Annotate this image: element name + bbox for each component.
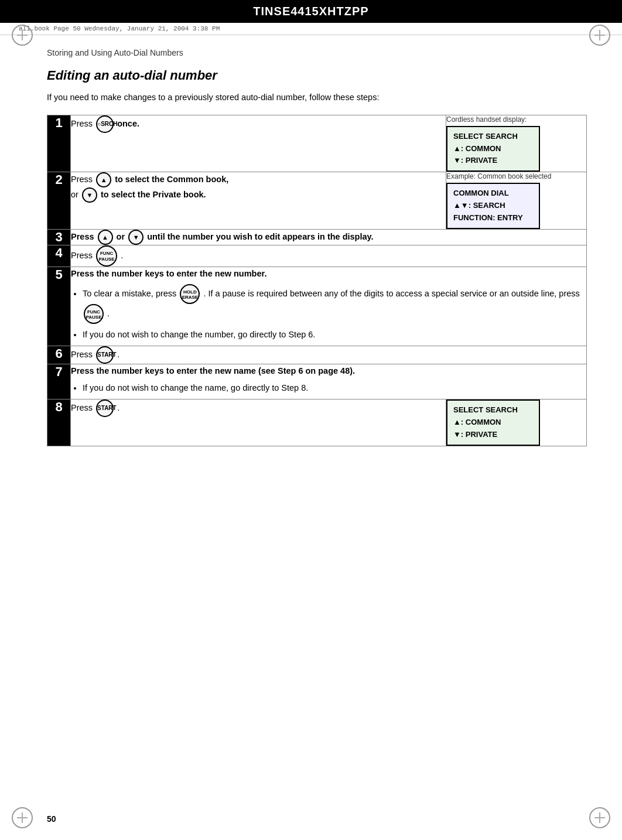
step-1-display: Cordless handset display: SELECT SEARCH▲… xyxy=(446,115,587,172)
step-8-display-box: SELECT SEARCH▲: COMMON▼: PRIVATE xyxy=(446,399,540,445)
step-5-bullet-2: If you do not wish to change the number,… xyxy=(83,329,586,342)
step-6-row: 6 Press START . xyxy=(47,346,587,364)
step-5-bullet-list: To clear a mistake, press HOLDERASE . If… xyxy=(83,284,586,342)
step-7-row: 7 Press the number keys to enter the new… xyxy=(47,364,587,399)
step-3-number: 3 xyxy=(47,229,71,245)
page-number: 50 xyxy=(47,814,56,824)
step-8-content: Press START . xyxy=(71,399,446,446)
search-button-icon[interactable]: ○SRCH xyxy=(96,115,114,133)
step-1-row: 1 Press ○SRCH once. Cordless handset dis… xyxy=(47,115,587,172)
step-1-display-box: SELECT SEARCH▲: COMMON▼: PRIVATE xyxy=(446,126,540,172)
step-2-display: Example: Common book selected COMMON DIA… xyxy=(446,172,587,229)
step-7-bullet-list: If you do not wish to change the name, g… xyxy=(83,382,586,395)
step-6-press-label: Press xyxy=(71,350,95,359)
step-8-period-label: . xyxy=(117,403,119,412)
page-header: TINSE4415XHTZPP xyxy=(0,0,622,23)
function-pause-button-icon[interactable]: FUNCPAUSE xyxy=(96,245,117,267)
step-2-press-label: Press xyxy=(71,175,95,184)
step-3-row: 3 Press ▲ or ▼ until the number you wish… xyxy=(47,229,587,245)
step-1-display-label: Cordless handset display: xyxy=(446,115,586,124)
intro-text: If you need to make changes to a previou… xyxy=(47,91,587,104)
section-header: Storing and Using Auto-Dial Numbers xyxy=(47,48,587,57)
step-2-display-box: COMMON DIAL▲▼: SEARCHFUNCTION: ENTRY xyxy=(446,183,540,228)
step-8-press-label: Press xyxy=(71,403,95,412)
step-5-main-text: Press the number keys to enter the new n… xyxy=(71,269,266,278)
step-7-bullet-1: If you do not wish to change the name, g… xyxy=(83,382,586,395)
step-2-number: 2 xyxy=(47,172,71,229)
step-7-content: Press the number keys to enter the new n… xyxy=(71,364,587,399)
step-2-common-label: to select the Common book, xyxy=(115,175,228,184)
step-5-bullet-1: To clear a mistake, press HOLDERASE . If… xyxy=(83,284,586,324)
hold-erase-button-icon[interactable]: HOLDERASE xyxy=(180,284,200,304)
header-title: TINSE4415XHTZPP xyxy=(253,5,368,18)
step-1-content: Press ○SRCH once. xyxy=(71,115,446,172)
step-8-number: 8 xyxy=(47,399,71,446)
corner-mark-tl xyxy=(12,25,33,46)
step-4-period-label: . xyxy=(121,250,123,259)
step-1-once-label: once. xyxy=(117,119,139,128)
corner-mark-tr xyxy=(589,25,610,46)
section-header-text: Storing and Using Auto-Dial Numbers xyxy=(47,48,183,57)
start-button-icon-6[interactable]: START xyxy=(96,346,114,364)
page-outer: TINSE4415XHTZPP all.book Page 50 Wednesd… xyxy=(0,0,622,840)
step-4-content: Press FUNCPAUSE . xyxy=(71,245,587,267)
step-6-period-label: . xyxy=(117,350,119,359)
corner-mark-bl xyxy=(12,807,33,828)
step-3-or-label: or xyxy=(117,231,128,241)
step-2-private-label: to select the Private book. xyxy=(101,190,206,199)
step-2-row: 2 Press ▲ to select the Common book, or … xyxy=(47,172,587,229)
function-pause-button-icon-2[interactable]: FUNCPAUSE xyxy=(84,304,104,324)
step-5-number: 5 xyxy=(47,267,71,346)
meta-line: all.book Page 50 Wednesday, January 21, … xyxy=(0,23,622,35)
step-6-number: 6 xyxy=(47,346,71,364)
step-2-display-label: Example: Common book selected xyxy=(446,172,586,180)
corner-mark-br xyxy=(589,807,610,828)
down-arrow-button-icon[interactable]: ▼ xyxy=(82,187,97,203)
step-4-press-label: Press xyxy=(71,250,95,259)
step-7-number: 7 xyxy=(47,364,71,399)
step-7-main-text: Press the number keys to enter the new n… xyxy=(71,366,355,375)
step-2-content: Press ▲ to select the Common book, or ▼ … xyxy=(71,172,446,229)
up-arrow-button-icon[interactable]: ▲ xyxy=(96,172,111,187)
step-6-content: Press START . xyxy=(71,346,587,364)
step-3-content: Press ▲ or ▼ until the number you wish t… xyxy=(71,229,587,245)
step-3-down-arrow-icon[interactable]: ▼ xyxy=(128,230,143,245)
step-3-press-label: Press xyxy=(71,231,97,241)
step-8-display: SELECT SEARCH▲: COMMON▼: PRIVATE xyxy=(446,399,587,446)
step-8-row: 8 Press START . SELECT SEARCH▲: COMMON▼:… xyxy=(47,399,587,446)
step-1-press-label: Press xyxy=(71,119,95,128)
start-button-icon-8[interactable]: START xyxy=(96,399,114,417)
step-3-text: until the number you wish to edit appear… xyxy=(147,231,373,241)
step-4-row: 4 Press FUNCPAUSE . xyxy=(47,245,587,267)
step-5-row: 5 Press the number keys to enter the new… xyxy=(47,267,587,346)
step-1-number: 1 xyxy=(47,115,71,172)
step-4-number: 4 xyxy=(47,245,71,267)
section-title: Editing an auto-dial number xyxy=(47,68,587,83)
meta-text: all.book Page 50 Wednesday, January 21, … xyxy=(19,25,220,32)
step-5-content: Press the number keys to enter the new n… xyxy=(71,267,587,346)
page-content: Storing and Using Auto-Dial Numbers Edit… xyxy=(0,35,622,464)
steps-table: 1 Press ○SRCH once. Cordless handset dis… xyxy=(47,115,587,446)
step-2-or-label: or xyxy=(71,190,81,199)
step-3-up-arrow-icon[interactable]: ▲ xyxy=(98,230,113,245)
